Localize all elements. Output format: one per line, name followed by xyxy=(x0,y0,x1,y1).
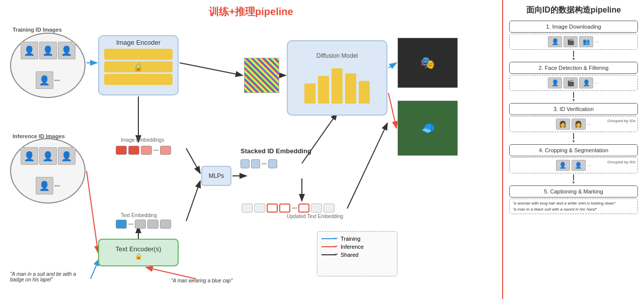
step-2-label: 2. Face Detection & Filtering xyxy=(539,65,609,71)
mlps-box: MLPs xyxy=(201,166,231,186)
arrow-3 xyxy=(509,139,638,144)
encoder-row-3 xyxy=(104,74,173,85)
emb-cell-b1 xyxy=(116,220,127,229)
step-2-box: 2. Face Detection & Filtering xyxy=(509,62,638,74)
thumb-dots-4: ··· xyxy=(587,163,591,168)
connector-3 xyxy=(509,133,638,139)
output-image-2: 🧢 xyxy=(397,101,458,156)
diff-bar-4 xyxy=(345,73,356,104)
legend-shared: Shared xyxy=(321,252,393,258)
legend-inference-label: Inference xyxy=(341,244,364,250)
grouped-label-1: Grouped by IDs xyxy=(607,119,635,123)
thumb-s6: 👤 xyxy=(579,77,593,88)
step-4-label: 4. Cropping & Segmentation xyxy=(539,147,608,153)
stacked-cell-1 xyxy=(240,159,250,168)
diffusion-bars xyxy=(304,63,370,104)
updated-embedding-row: ··· xyxy=(242,204,335,213)
arrow-2 xyxy=(509,98,638,103)
text-embedding-row: ··· xyxy=(116,220,171,229)
text-embedding-label: Text Embedding xyxy=(121,213,157,218)
upd-cell-5 xyxy=(298,204,309,213)
arrow-1 xyxy=(509,57,638,62)
step-4-grouped: 👤 👤 ··· Grouped by IDs xyxy=(509,157,638,173)
connector-2 xyxy=(509,92,638,98)
stacked-cell-2 xyxy=(251,159,260,168)
svg-line-19 xyxy=(146,267,196,279)
step-3-box: 3. ID Verification xyxy=(509,103,638,115)
upd-cell-2 xyxy=(254,204,265,213)
image-embeddings-label: Image Embeddings xyxy=(121,137,164,143)
legend-arrow-red xyxy=(321,246,337,247)
stacked-id-embedding-label: Stacked ID Embedding xyxy=(240,147,311,155)
legend-inference: Inference xyxy=(321,244,393,250)
face-thumb-3: 👤 xyxy=(58,42,75,59)
step-2-thumbnails: 👤 🎬 👤 ··· xyxy=(509,75,638,91)
thumb-s3: 👥 xyxy=(579,36,593,47)
step-1-box: 1. Image Downloading xyxy=(509,21,638,33)
thumb-dots-2: ··· xyxy=(595,80,599,86)
output-img-1-icon: 🎭 xyxy=(420,56,435,70)
diffusion-model-box: Diffusion Model xyxy=(287,40,387,116)
image-encoder-title: Image Encoder xyxy=(102,39,175,46)
diffusion-title: Diffusion Model xyxy=(316,52,358,59)
legend-shared-label: Shared xyxy=(341,252,358,258)
step-5-area: 5. Captioning & Marking "a woman with lo… xyxy=(509,185,638,215)
mlps-label: MLPs xyxy=(209,172,224,179)
diff-bar-2 xyxy=(318,76,329,104)
emb-cell-r4 xyxy=(160,146,171,155)
thumb-s8: 👩 xyxy=(572,119,586,130)
right-title: 面向ID的数据构造pipeline xyxy=(509,5,638,16)
diff-bar-1 xyxy=(304,83,315,104)
emb-cell-r1 xyxy=(116,146,127,155)
svg-line-17 xyxy=(388,93,396,128)
text-encoder-lock: 🔒 xyxy=(135,253,142,260)
step-4-box: 4. Cropping & Segmentation xyxy=(509,144,638,156)
thumb-s7: 👩 xyxy=(556,119,570,130)
emb-dots-2: ··· xyxy=(128,221,133,228)
thumb-s10: 👤 xyxy=(572,160,586,171)
emb-cell-l1 xyxy=(135,220,146,229)
step-3-label: 3. ID Verification xyxy=(553,106,594,112)
thumb-dots-1: ··· xyxy=(595,39,599,45)
connector-4 xyxy=(509,174,638,180)
upd-cell-4 xyxy=(279,204,290,213)
face-thumb-2: 👤 xyxy=(39,42,57,59)
encoder-row-1 xyxy=(104,49,173,60)
svg-line-9 xyxy=(186,148,200,173)
text-encoder-title: Text Encoder(s) xyxy=(115,245,161,253)
face-thumb-8: 👤 xyxy=(36,177,53,194)
encoder-row-2: 🔒 xyxy=(104,61,173,72)
output-image-1: 🎭 xyxy=(397,38,458,88)
thumb-dots-3: ··· xyxy=(587,122,591,127)
thumb-s9: 👤 xyxy=(556,160,570,171)
svg-line-10 xyxy=(186,181,200,221)
thumb-s2: 🎬 xyxy=(564,36,578,47)
training-ellipse: 👤 👤 👤 👤 ··· xyxy=(10,33,86,98)
legend-arrow-blue xyxy=(321,238,337,239)
thumb-s5: 🎬 xyxy=(564,77,578,88)
pipeline-steps: 1. Image Downloading 👤 🎬 👥 ··· 2. Face D… xyxy=(509,21,638,215)
main-title: 训练+推理pipeline xyxy=(5,5,497,19)
face-thumb-5: 👤 xyxy=(21,147,38,165)
emb-dots-1: ··· xyxy=(153,147,158,154)
thumb-s4: 👤 xyxy=(548,77,562,88)
face-thumb-7: 👤 xyxy=(58,147,75,165)
lock-icon: 🔒 xyxy=(133,62,143,72)
legend-box: Training Inference Shared xyxy=(317,231,397,276)
legend-arrow-black xyxy=(321,254,337,255)
thumb-s1: 👤 xyxy=(548,36,562,47)
face-thumb-6: 👤 xyxy=(39,147,57,165)
face-thumb-1: 👤 xyxy=(21,42,38,59)
image-encoder-box: Image Encoder 🔒 xyxy=(98,35,179,95)
legend-training-label: Training xyxy=(341,236,360,242)
left-panel: 训练+推理pipeline xyxy=(0,0,503,299)
emb-cell-l3 xyxy=(160,220,171,229)
diff-bar-5 xyxy=(359,81,370,104)
diagram: Training ID Images 👤 👤 👤 👤 ··· Inference… xyxy=(5,23,497,289)
emb-cell-l2 xyxy=(147,220,158,229)
inference-ellipse: 👤 👤 👤 👤 ··· xyxy=(10,138,86,204)
arrow-4 xyxy=(509,180,638,185)
grouped-label-2: Grouped by IDs xyxy=(607,160,635,164)
upd-cell-3 xyxy=(267,204,278,213)
stacked-embedding-row: ··· xyxy=(240,159,277,168)
